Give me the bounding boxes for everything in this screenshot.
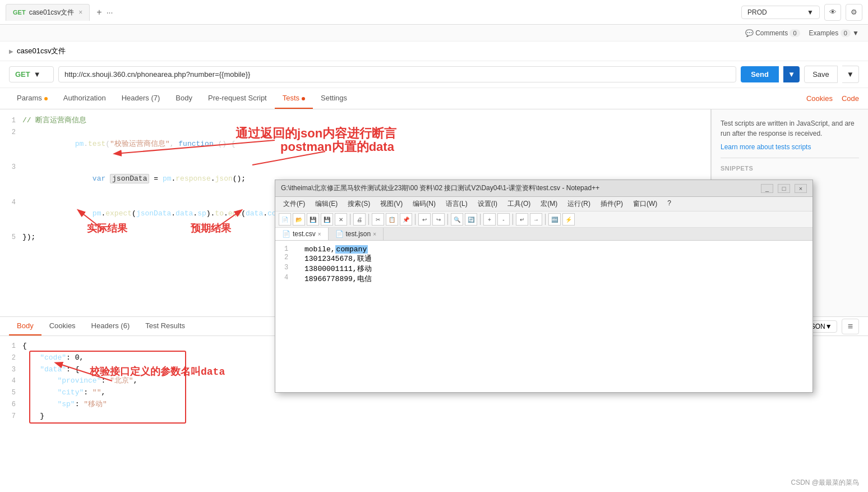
resp-content-7: } (22, 411, 868, 422)
toolbar-indent[interactable]: → (530, 213, 542, 226)
toolbar-close[interactable]: ✕ (335, 213, 347, 226)
menu-help[interactable]: ? (663, 198, 676, 210)
toolbar-redo[interactable]: ↪ (432, 213, 445, 226)
line-num-3: 3 (0, 162, 22, 173)
examples-btn[interactable]: Examples 0 ▼ (809, 29, 859, 37)
resp-tab-headers[interactable]: Headers (6) (84, 317, 138, 335)
menu-language[interactable]: 语言(L) (441, 198, 472, 210)
method-label: GET (15, 70, 30, 79)
menu-edit[interactable]: 编辑(E) (311, 198, 342, 210)
save-dropdown-btn[interactable]: ▼ (842, 66, 859, 83)
menu-settings[interactable]: 设置(I) (473, 198, 502, 210)
menu-file[interactable]: 文件(F) (279, 198, 310, 210)
menu-macro[interactable]: 宏(M) (536, 198, 562, 210)
notepad-tab-csv[interactable]: 📄 test.csv × (275, 228, 329, 240)
notepad-window-buttons: _ □ × (761, 184, 807, 193)
toolbar-undo[interactable]: ↩ (418, 213, 431, 226)
tab-body[interactable]: Body (168, 88, 200, 109)
toolbar-open[interactable]: 📂 (293, 213, 305, 226)
notepad-tab-csv-close[interactable]: × (318, 231, 321, 237)
resp-tab-test-results[interactable]: Test Results (137, 317, 193, 335)
toolbar-extra2[interactable]: ⚡ (562, 213, 575, 226)
toolbar-copy[interactable]: 📋 (386, 213, 398, 226)
notepad-tab-json-label: test.json (346, 230, 371, 238)
resp-linenum-6: 6 (0, 399, 22, 410)
toolbar-wordwrap[interactable]: ↵ (516, 213, 528, 226)
toolbar-sep7 (545, 214, 546, 225)
cookies-link[interactable]: Cookies (806, 94, 833, 103)
toolbar-find[interactable]: 🔍 (451, 213, 463, 226)
save-button[interactable]: Save (804, 66, 838, 83)
tab-close-btn[interactable]: × (79, 8, 82, 16)
toolbar-saveall[interactable]: 💾 (321, 213, 333, 226)
notepad-minimize-btn[interactable]: _ (761, 184, 773, 193)
code-link[interactable]: Code (842, 94, 859, 103)
env-name: PROD (747, 8, 767, 16)
snippets-link[interactable]: Learn more about tests scripts (721, 143, 811, 151)
toolbar-replace[interactable]: 🔄 (465, 213, 477, 226)
tab-settings[interactable]: Settings (313, 88, 355, 109)
resp-content-6: "sp": "移动" (22, 399, 868, 411)
breadcrumb-arrow: ▶ (9, 48, 13, 54)
notepad-maximize-btn[interactable]: □ (778, 184, 790, 193)
tab-headers[interactable]: Headers (7) (114, 88, 168, 109)
resp-line-6: 6 "sp": "移动" (0, 399, 868, 411)
line-num-2: 2 (0, 127, 22, 138)
menu-run[interactable]: 运行(R) (563, 198, 595, 210)
breadcrumb: ▶ case01csv文件 (0, 42, 868, 61)
toolbar-zoomin[interactable]: + (483, 213, 496, 226)
menu-plugins[interactable]: 插件(P) (596, 198, 627, 210)
notepad-tab-json[interactable]: 📄 test.json × (329, 228, 384, 240)
url-input[interactable] (58, 66, 736, 82)
snippets-header: SNIPPETS (721, 165, 859, 172)
resp-tab-body[interactable]: Body (9, 317, 41, 335)
tab-tests[interactable]: Tests (275, 88, 313, 109)
menu-tools[interactable]: 工具(O) (503, 198, 535, 210)
menu-encode[interactable]: 编码(N) (408, 198, 440, 210)
resp-linenum-2: 2 (0, 353, 22, 364)
add-tab-btn[interactable]: + (96, 7, 101, 17)
tabs-right-links: Cookies Code (806, 94, 859, 103)
tab-title: case01csv文件 (29, 8, 75, 17)
toolbar-zoomout[interactable]: - (497, 213, 510, 226)
toolbar-sep4 (447, 214, 448, 225)
notepad-tab-csv-icon: 📄 (282, 230, 290, 238)
eye-icon-btn[interactable]: 👁 (824, 4, 841, 21)
notepad-close-btn[interactable]: × (795, 184, 807, 193)
toolbar-paste[interactable]: 📌 (400, 213, 412, 226)
toolbar-print[interactable]: 🖨 (353, 213, 366, 226)
request-tab[interactable]: GET case01csv文件 × (6, 4, 90, 21)
method-dropdown-arrow[interactable]: ▼ (34, 70, 41, 79)
toolbar-save[interactable]: 💾 (307, 213, 319, 226)
tab-params[interactable]: Params (9, 88, 56, 109)
comments-btn[interactable]: 💬 Comments 0 (745, 29, 800, 37)
wrap-btn[interactable]: ≡ (842, 319, 859, 334)
more-tabs-btn[interactable]: ··· (107, 8, 113, 17)
menu-view[interactable]: 视图(V) (376, 198, 407, 210)
examples-dropdown[interactable]: ▼ (852, 29, 859, 37)
tab-authorization[interactable]: Authorization (56, 88, 114, 109)
tab-prerequest[interactable]: Pre-request Script (200, 88, 275, 109)
env-dropdown-arrow: ▼ (807, 8, 814, 16)
toolbar-extra1[interactable]: 🔤 (548, 213, 561, 226)
send-dropdown-btn[interactable]: ▼ (783, 66, 800, 82)
notepad-tab-json-icon: 📄 (335, 230, 344, 238)
method-selector[interactable]: GET ▼ (9, 66, 54, 82)
format-dropdown[interactable]: ▼ (825, 323, 832, 330)
notepad-window: G:\itheima\北京修正黑马软件测试就业23期\00 资料\02 接口测试… (275, 180, 813, 393)
send-button[interactable]: Send (741, 66, 779, 82)
menu-window[interactable]: 窗口(W) (629, 198, 662, 210)
notepad-content-line-1: 1 mobile,company (284, 245, 804, 254)
toolbar-sep6 (513, 214, 513, 225)
notepad-tab-json-close[interactable]: × (373, 231, 376, 237)
snippets-description: Test scripts are written in JavaScript, … (721, 118, 859, 139)
toolbar-cut[interactable]: ✂ (372, 213, 384, 226)
toolbar-new[interactable]: 📄 (279, 213, 291, 226)
menu-search[interactable]: 搜索(S) (343, 198, 375, 210)
notepad-content: 1 mobile,company 2 13012345678,联通 3 1380… (275, 241, 812, 392)
env-selector[interactable]: PROD ▼ (741, 6, 820, 19)
settings-icon-btn[interactable]: ⚙ (846, 4, 862, 21)
resp-linenum-5: 5 (0, 388, 22, 398)
annotation-label1: 实际结果 (87, 222, 127, 235)
resp-tab-cookies[interactable]: Cookies (41, 317, 84, 335)
